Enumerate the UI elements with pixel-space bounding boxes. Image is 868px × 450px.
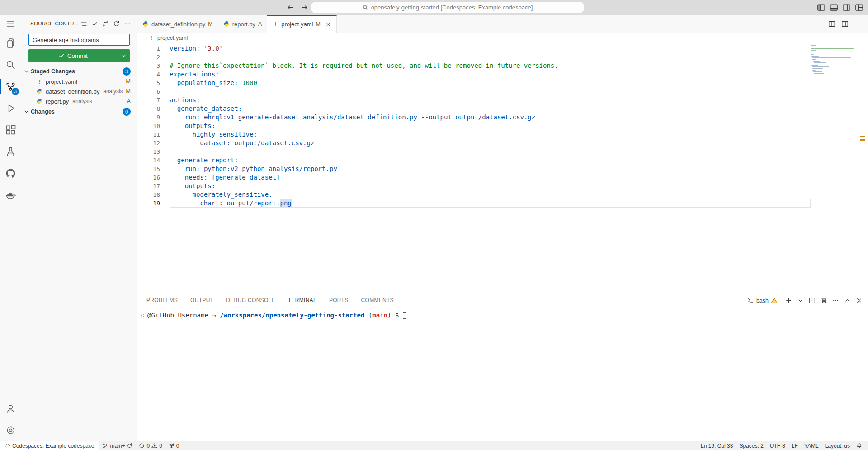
more-icon[interactable] [124, 20, 131, 27]
sync-icon [127, 443, 132, 449]
remote-indicator[interactable]: Codespaces: Example codespace [0, 441, 99, 450]
terminal-instance-bash[interactable]: bash [747, 297, 778, 304]
code-line[interactable]: actions: [170, 96, 811, 104]
problems-indicator[interactable]: 00 [136, 441, 165, 450]
code-line[interactable]: population_size: 1000 [170, 79, 811, 87]
code-line[interactable] [170, 87, 811, 96]
commit-button[interactable]: Commit [28, 49, 130, 62]
editor[interactable]: 12345678910111213141516171819 version: '… [137, 43, 868, 293]
code-line[interactable]: outputs: [170, 122, 811, 130]
activity-testing[interactable] [0, 141, 21, 162]
terminal-profiles-chevron-icon[interactable] [797, 297, 804, 304]
chevron-down-icon [121, 52, 127, 59]
code-token: actions: [170, 96, 200, 104]
activity-github[interactable] [0, 162, 21, 184]
code-line[interactable]: generate_report: [170, 156, 811, 165]
ports-indicator[interactable]: 0 [165, 441, 183, 450]
activity-accounts[interactable] [0, 398, 21, 419]
cursor-position[interactable]: Ln 19, Col 33 [698, 441, 736, 450]
activity-extensions[interactable] [0, 119, 21, 141]
close-tab-icon[interactable] [325, 21, 331, 28]
panel-tab-output[interactable]: OUTPUT [190, 293, 213, 308]
code-line[interactable] [170, 53, 811, 62]
toggle-primary-sidebar-icon[interactable] [817, 3, 826, 12]
section-changes[interactable]: Changes0 [21, 106, 137, 117]
terminal[interactable]: @GitHub_Username → /workspaces/opensafel… [137, 308, 868, 441]
encoding[interactable]: UTF-8 [767, 441, 788, 450]
refresh-icon[interactable] [113, 20, 120, 27]
eol[interactable]: LF [788, 441, 801, 450]
command-center[interactable]: opensafely-getting-started [Codespaces: … [311, 2, 584, 13]
line-number: 17 [137, 182, 170, 190]
toggle-panel-icon[interactable] [830, 3, 838, 12]
code-line[interactable]: version: '3.0' [170, 44, 811, 53]
notifications[interactable] [853, 441, 865, 450]
python-file-icon [223, 21, 230, 27]
file-dataset_definition.py[interactable]: dataset_definition.pyanalysisM [21, 86, 137, 96]
activity-source-control[interactable]: 3 [0, 76, 21, 97]
activity-settings[interactable] [0, 419, 21, 441]
tab-dataset_definition.py[interactable]: dataset_definition.pyM [137, 15, 218, 33]
terminal-prompt[interactable]: @GitHub_Username → /workspaces/opensafel… [141, 312, 868, 319]
status-bar-left: Codespaces: Example codespacemain+000 [0, 441, 183, 450]
indentation[interactable]: Spaces: 2 [736, 441, 766, 450]
code-line[interactable]: chart: output/report.png [170, 199, 811, 208]
yaml-file-icon: ! [37, 78, 43, 85]
code-line[interactable]: run: ehrql:v1 generate-dataset analysis/… [170, 113, 811, 122]
panel-tab-problems[interactable]: PROBLEMS [146, 293, 178, 308]
code-line[interactable] [170, 147, 811, 156]
editor-layout-icon[interactable] [841, 20, 849, 28]
close-panel-icon[interactable] [856, 297, 863, 304]
branch-indicator[interactable]: main+ [99, 441, 136, 450]
code-line[interactable]: generate_dataset: [170, 104, 811, 113]
file-project.yaml[interactable]: !project.yamlM [21, 76, 137, 86]
status-text: Ln 19, Col 33 [701, 443, 733, 449]
section-staged-changes[interactable]: Staged Changes3 [21, 66, 137, 76]
code-token: png [280, 199, 291, 207]
panel-tab-ports[interactable]: PORTS [329, 293, 349, 308]
kill-terminal-icon[interactable] [821, 297, 827, 304]
panel-tab-comments[interactable]: COMMENTS [361, 293, 394, 308]
more-actions-icon[interactable] [854, 20, 862, 28]
split-editor-icon[interactable] [828, 20, 835, 28]
activity-search[interactable] [0, 54, 21, 76]
keyboard-layout[interactable]: Layout: us [822, 441, 853, 450]
check-icon[interactable] [91, 20, 98, 27]
tab-project.yaml[interactable]: !project.yamlM [267, 15, 337, 33]
tab-report.py[interactable]: report.pyA [218, 15, 268, 33]
code-line[interactable]: # Ignore this`expectation` block. It is … [170, 62, 811, 70]
code-token: output/dataset.csv.gz [234, 139, 314, 147]
forward-arrow-icon[interactable] [301, 4, 308, 11]
code-line[interactable]: dataset: output/dataset.csv.gz [170, 139, 811, 147]
code-line[interactable]: expectations: [170, 70, 811, 79]
panel-tab-terminal[interactable]: TERMINAL [288, 293, 316, 308]
branch-icon [102, 443, 108, 449]
file-report.py[interactable]: report.pyanalysisA [21, 96, 137, 106]
panel-more-actions-icon[interactable] [832, 297, 839, 304]
code-line[interactable]: outputs: [170, 182, 811, 190]
minimap[interactable] [811, 45, 856, 74]
breadcrumb[interactable]: ! project.yaml [137, 33, 868, 43]
minimap-line [811, 65, 818, 66]
commit-dropdown-button[interactable] [118, 49, 130, 62]
code-line[interactable]: moderately_sensitive: [170, 190, 811, 199]
code-line[interactable]: run: python:v2 python analysis/report.py [170, 165, 811, 173]
toggle-secondary-sidebar-icon[interactable] [842, 3, 851, 12]
activity-docker[interactable] [0, 184, 21, 206]
line-number: 19 [137, 199, 170, 208]
graph-icon[interactable] [102, 20, 109, 27]
code-line[interactable]: highly_sensitive: [170, 130, 811, 139]
back-arrow-icon[interactable] [287, 4, 294, 11]
split-terminal-icon[interactable] [809, 297, 816, 304]
commit-message-input[interactable] [28, 34, 130, 46]
activity-explorer[interactable] [0, 32, 21, 54]
activity-run-and-debug[interactable] [0, 97, 21, 119]
code-line[interactable]: needs: [generate_dataset] [170, 173, 811, 182]
customize-layout-icon[interactable] [855, 3, 863, 12]
maximize-panel-icon[interactable] [844, 297, 851, 304]
list-view-icon[interactable] [80, 20, 87, 27]
language-mode[interactable]: YAML [801, 441, 822, 450]
panel-tab-debug-console[interactable]: DEBUG CONSOLE [226, 293, 275, 308]
activity-menu[interactable] [0, 15, 21, 32]
new-terminal-icon[interactable] [785, 297, 792, 304]
